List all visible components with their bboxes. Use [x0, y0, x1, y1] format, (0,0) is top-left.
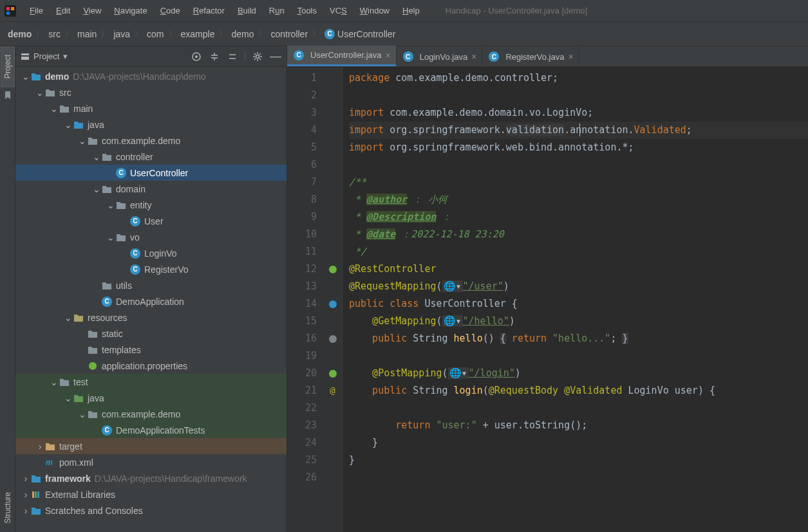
close-tab-icon[interactable]: ×	[386, 50, 391, 60]
tree-node-demo[interactable]: ⌄ demo D:\JAVA-projects\Handicap\demo	[15, 68, 287, 84]
crumb-src[interactable]: src	[48, 29, 61, 39]
chevron-down-icon[interactable]: ⌄	[91, 184, 102, 194]
close-tab-icon[interactable]: ×	[471, 51, 476, 62]
chevron-down-icon[interactable]: ⌄	[35, 87, 45, 98]
endpoint-gutter-icon[interactable]	[323, 295, 342, 313]
collapse-all-icon[interactable]	[227, 51, 238, 62]
crumb-demo2[interactable]: demo	[231, 29, 254, 39]
tree-node-static[interactable]: static	[15, 326, 287, 342]
chevron-right-icon[interactable]: ›	[21, 490, 31, 500]
chevron-down-icon[interactable]: ⌄	[63, 313, 73, 323]
menu-window[interactable]: Window	[353, 2, 396, 19]
package-icon	[88, 409, 98, 419]
tree-node-usercontroller[interactable]: C UserController	[15, 165, 287, 181]
menu-tools[interactable]: Tools	[291, 2, 323, 19]
chevron-down-icon[interactable]: ⌄	[63, 120, 73, 130]
close-tab-icon[interactable]: ×	[568, 51, 573, 62]
menu-build[interactable]: Build	[231, 2, 263, 19]
chevron-down-icon[interactable]: ⌄	[21, 71, 31, 82]
tree-node-demoapp[interactable]: C DemoApplication	[15, 293, 287, 309]
menu-navigate[interactable]: Navigate	[108, 2, 153, 19]
settings-icon[interactable]	[252, 51, 263, 62]
spring-at-gutter-icon[interactable]: @	[323, 382, 342, 399]
menu-file[interactable]: File	[23, 2, 50, 19]
hide-panel-icon[interactable]: —	[270, 51, 281, 62]
tree-node-resources[interactable]: ⌄ resources	[15, 309, 287, 326]
tree-node-java[interactable]: ⌄ java	[15, 116, 287, 133]
crumb-main[interactable]: main	[77, 29, 97, 39]
svg-rect-2	[11, 7, 14, 10]
tree-node-src[interactable]: ⌄ src	[15, 84, 287, 100]
menu-vcs[interactable]: VCS	[323, 2, 353, 19]
menu-run[interactable]: Run	[263, 2, 291, 19]
crumb-example[interactable]: example	[181, 29, 215, 39]
chevron-down-icon[interactable]: ⌄	[49, 104, 59, 114]
chevron-down-icon[interactable]: ⌄	[106, 200, 116, 210]
tree-node-main[interactable]: ⌄ main	[15, 100, 287, 116]
spring-gutter-icon[interactable]	[323, 365, 342, 382]
tree-node-utils[interactable]: utils	[15, 277, 287, 293]
tree-node-scratches[interactable]: › Scratches and Consoles	[15, 502, 287, 518]
project-panel-header: Project ▾ —	[15, 46, 287, 67]
crumb-controller[interactable]: controller	[270, 29, 308, 39]
tree-node-appprops[interactable]: application.properties	[15, 358, 287, 374]
editor-tab-registervo[interactable]: C RegisterVo.java ×	[482, 47, 579, 66]
tree-node-templates[interactable]: templates	[15, 342, 287, 358]
expand-all-icon[interactable]	[209, 51, 220, 62]
structure-tool-tab[interactable]: Structure	[1, 484, 15, 532]
tree-node-test-pkg[interactable]: ⌄ com.example.demo	[15, 406, 287, 422]
tree-node-demotests[interactable]: C DemoApplicationTests	[15, 422, 287, 438]
tree-node-controller[interactable]: ⌄ controller	[15, 149, 287, 165]
tree-node-vo[interactable]: ⌄ vo	[15, 229, 287, 245]
chevron-down-icon[interactable]: ⌄	[91, 152, 102, 162]
endpoint-gutter-icon[interactable]	[323, 330, 342, 347]
class-icon: C	[489, 51, 499, 62]
app-icon	[4, 5, 17, 17]
menu-refactor[interactable]: Refactor	[187, 2, 231, 19]
spring-gutter-icon[interactable]	[323, 261, 342, 278]
tree-node-loginvo[interactable]: C LoginVo	[15, 245, 287, 261]
menu-code[interactable]: Code	[154, 2, 187, 19]
tree-node-test-java[interactable]: ⌄ java	[15, 390, 287, 406]
chevron-down-icon[interactable]: ⌄	[77, 136, 88, 146]
chevron-right-icon[interactable]: ›	[21, 506, 31, 516]
tree-node-package[interactable]: ⌄ com.example.demo	[15, 133, 287, 149]
bookmark-icon[interactable]	[3, 91, 12, 100]
crumb-demo[interactable]: demo	[8, 29, 32, 39]
tree-node-test[interactable]: ⌄ test	[15, 374, 287, 390]
project-panel: Project ▾ — ⌄ demo D:\JAVA-projects\Hand…	[15, 46, 287, 532]
crumb-java[interactable]: java	[113, 29, 130, 39]
source-folder-icon	[73, 120, 84, 130]
tree-node-entity[interactable]: ⌄ entity	[15, 197, 287, 213]
tree-node-extlibs[interactable]: › External Libraries	[15, 486, 287, 502]
menu-view[interactable]: View	[77, 2, 108, 19]
chevron-right-icon[interactable]: ›	[35, 441, 45, 452]
select-opened-file-icon[interactable]	[191, 51, 202, 62]
tree-node-domain[interactable]: ⌄ domain	[15, 181, 287, 197]
class-icon: C	[116, 168, 126, 178]
editor-tab-usercontroller[interactable]: C UserController.java ×	[287, 46, 397, 66]
project-tool-tab[interactable]: Project	[1, 46, 15, 87]
tree-node-target[interactable]: › target	[15, 438, 287, 454]
crumb-com[interactable]: com	[147, 29, 164, 39]
scratches-icon	[31, 506, 41, 516]
crumb-file[interactable]: UserController	[337, 29, 395, 39]
tree-node-user[interactable]: C User	[15, 213, 287, 229]
gutter-marks: @	[323, 67, 343, 532]
tree-node-registervo[interactable]: C RegisterVo	[15, 261, 287, 277]
menu-help[interactable]: Help	[396, 2, 426, 19]
svg-point-14	[329, 335, 337, 343]
tree-node-pom[interactable]: m pom.xml	[15, 454, 287, 470]
dropdown-icon[interactable]: ▾	[63, 51, 68, 61]
chevron-down-icon[interactable]: ⌄	[106, 232, 116, 243]
tree-node-framework[interactable]: › framework D:\JAVA-projects\Handicap\fr…	[15, 470, 287, 486]
menu-edit[interactable]: Edit	[50, 2, 77, 19]
code-content[interactable]: package com.example.demo.controller; imp…	[343, 67, 808, 532]
project-tree[interactable]: ⌄ demo D:\JAVA-projects\Handicap\demo ⌄ …	[15, 67, 287, 532]
editor-tab-loginvo[interactable]: C LoginVo.java ×	[397, 47, 483, 66]
chevron-down-icon[interactable]: ⌄	[63, 393, 73, 403]
chevron-right-icon[interactable]: ›	[21, 473, 31, 484]
code-editor[interactable]: 123456789101112131415161920212223242526 …	[287, 67, 808, 532]
chevron-down-icon[interactable]: ⌄	[49, 377, 59, 387]
chevron-down-icon[interactable]: ⌄	[77, 409, 88, 419]
